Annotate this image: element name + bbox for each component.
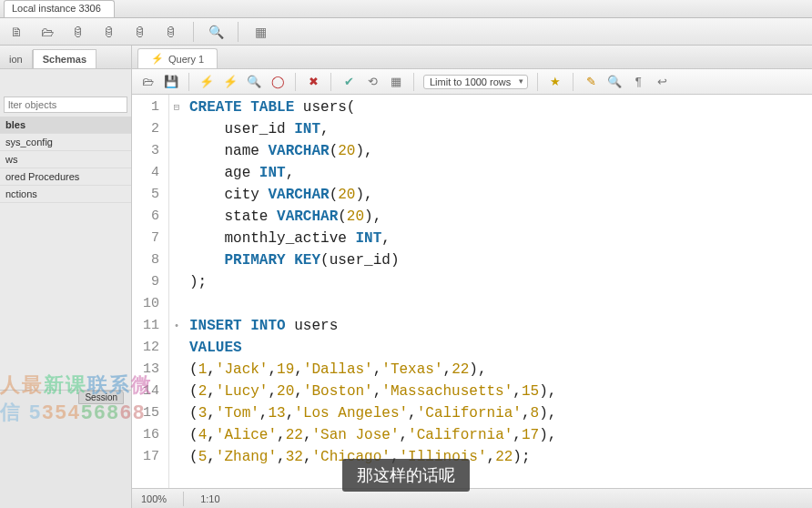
navigator-panel: ion Schemas blessys_configwsored Procedu… <box>0 46 132 508</box>
lightning-icon: ⚡ <box>151 53 164 65</box>
cursor-position: 1:10 <box>200 493 219 504</box>
main-toolbar: 🗎 🗁 🛢 🛢 🛢 🛢 🔍 ▦ <box>0 18 812 46</box>
search-icon[interactable]: 🔍 <box>207 23 225 41</box>
fold-column[interactable]: ⊟ • <box>169 95 184 488</box>
status-bar: 100% 1:10 <box>132 488 812 508</box>
nav-tab-schemas[interactable]: Schemas <box>33 49 96 68</box>
wrap-icon[interactable]: ↩ <box>654 74 670 90</box>
query-tab-1[interactable]: ⚡ Query 1 <box>137 48 218 68</box>
toolbar-separator <box>238 22 239 42</box>
connection-tab[interactable]: Local instance 3306 <box>4 0 115 17</box>
line-gutter: 1234567891011121314151617 <box>132 95 169 488</box>
db-icon[interactable]: 🛢 <box>69 23 87 41</box>
sql-editor[interactable]: 1234567891011121314151617 ⊟ • CREATE TAB… <box>132 95 812 488</box>
toolbar-separator <box>295 73 296 91</box>
invisible-chars-icon[interactable]: ¶ <box>630 74 646 90</box>
stop-icon[interactable]: ◯ <box>269 74 286 90</box>
explain-icon[interactable]: 🔍 <box>246 74 262 90</box>
favorite-icon[interactable]: ★ <box>547 74 563 90</box>
autocommit-icon[interactable]: ▦ <box>388 74 404 90</box>
navigator-tabs: ion Schemas <box>0 46 131 69</box>
dashboard-icon[interactable]: ▦ <box>251 23 269 41</box>
commit-icon[interactable]: ✔ <box>340 74 357 90</box>
toolbar-separator <box>193 22 194 42</box>
open-sql-icon[interactable]: 🗁 <box>38 23 56 41</box>
editor-tabs: ⚡ Query 1 <box>132 46 812 69</box>
code-area[interactable]: CREATE TABLE users( user_id INT, name VA… <box>184 95 556 488</box>
window-titlebar: Local instance 3306 <box>0 0 812 18</box>
open-file-icon[interactable]: 🗁 <box>139 74 156 90</box>
zoom-level[interactable]: 100% <box>141 493 167 504</box>
status-separator <box>183 492 184 506</box>
schema-filter-input[interactable] <box>4 97 127 113</box>
nav-tab-administration[interactable]: ion <box>0 50 33 68</box>
row-limit-select[interactable]: Limit to 1000 rows <box>423 75 528 89</box>
session-tab[interactable]: Session <box>78 391 124 404</box>
schema-item[interactable]: nctions <box>0 186 131 203</box>
toolbar-separator <box>330 73 331 91</box>
execute-step-icon[interactable]: ⚡ <box>222 74 239 90</box>
toolbar-separator <box>413 73 414 91</box>
db-add-icon[interactable]: 🛢 <box>100 23 118 41</box>
new-sql-icon[interactable]: 🗎 <box>7 23 25 41</box>
schema-item[interactable]: bles <box>0 117 131 134</box>
find-icon[interactable]: 🔍 <box>606 74 623 90</box>
toolbar-separator <box>188 73 189 91</box>
query-tab-label: Query 1 <box>168 54 204 65</box>
schema-tree[interactable]: blessys_configwsored Proceduresnctions <box>0 117 131 390</box>
schema-item[interactable]: sys_config <box>0 134 131 151</box>
schema-item[interactable]: ws <box>0 151 131 168</box>
db-link-icon[interactable]: 🛢 <box>131 23 149 41</box>
editor-toolbar: 🗁 💾 ⚡ ⚡ 🔍 ◯ ✖ ✔ ⟲ ▦ Limit to 1000 rows ★… <box>132 69 812 95</box>
save-file-icon[interactable]: 💾 <box>163 74 179 90</box>
execute-icon[interactable]: ⚡ <box>198 74 215 90</box>
rollback-icon[interactable]: ⟲ <box>364 74 381 90</box>
toolbar-separator <box>537 73 538 91</box>
toolbar-separator <box>573 73 573 91</box>
beautify-icon[interactable]: ✎ <box>583 74 599 90</box>
info-panel: Session <box>0 390 131 508</box>
cancel-icon[interactable]: ✖ <box>305 74 321 90</box>
schema-item[interactable]: ored Procedures <box>0 168 131 186</box>
video-subtitle: 那这样的话呢 <box>342 459 470 492</box>
db-users-icon[interactable]: 🛢 <box>162 23 180 41</box>
